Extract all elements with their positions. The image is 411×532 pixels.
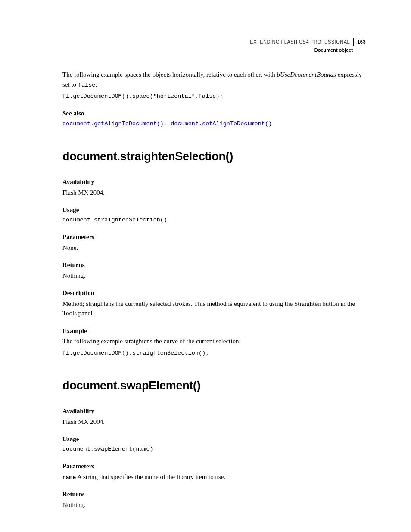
description-section: Description Method; straightens the curr… [62, 288, 366, 318]
header-section-title: Document object [250, 47, 366, 54]
parameters-label-2: Parameters [62, 461, 366, 471]
parameters-body-2: name A string that specifies the name of… [62, 472, 366, 482]
returns-label: Returns [62, 260, 366, 270]
intro-paragraph: The following example spaces the objects… [62, 70, 366, 90]
example-label: Example [62, 326, 366, 336]
usage-section-2: Usage document.swapElement(name) [62, 434, 366, 454]
availability-section-2: Availability Flash MX 2004. [62, 406, 366, 426]
intro-text-italic: bUseDcoumentBounds [277, 71, 336, 78]
returns-label-2: Returns [62, 489, 366, 499]
param-desc: A string that specifies the name of the … [76, 473, 225, 480]
header-book-title: EXTENDING FLASH CS4 PROFESSIONAL [250, 38, 350, 46]
example-section: Example The following example straighten… [62, 326, 366, 358]
method-heading-swap: document.swapElement() [62, 377, 366, 395]
see-also-separator: , [164, 121, 171, 127]
description-body: Method; straightens the currently select… [62, 299, 366, 318]
param-name: name [62, 474, 76, 481]
parameters-body: None. [62, 243, 366, 253]
example-body: The following example straightens the cu… [62, 336, 366, 346]
page-content: The following example spaces the objects… [62, 70, 366, 510]
example-code: fl.getDocumentDOM().straightenSelection(… [62, 349, 366, 358]
returns-body: Nothing. [62, 271, 366, 281]
see-also-link-1[interactable]: document.getAlignToDocument() [62, 121, 164, 127]
availability-label-2: Availability [62, 406, 366, 416]
method-heading-straighten: document.straightenSelection() [62, 148, 366, 165]
returns-body-2: Nothing. [62, 500, 366, 510]
usage-label-2: Usage [62, 434, 366, 444]
availability-body: Flash MX 2004. [62, 188, 366, 198]
intro-inline-code: false [78, 82, 96, 88]
parameters-section: Parameters None. [62, 232, 366, 252]
returns-section: Returns Nothing. [62, 260, 366, 280]
see-also-link-2[interactable]: document.setAlignToDocument() [171, 121, 272, 127]
availability-section: Availability Flash MX 2004. [62, 177, 366, 197]
see-also-links: document.getAlignToDocument(), document.… [62, 118, 366, 128]
intro-text-pre: The following example spaces the objects… [62, 71, 277, 78]
page-header: EXTENDING FLASH CS4 PROFESSIONAL 163 Doc… [250, 38, 366, 54]
intro-text-post2: : [95, 81, 97, 88]
parameters-label: Parameters [62, 232, 366, 242]
usage-code: document.straightenSelection() [62, 216, 366, 224]
usage-code-2: document.swapElement(name) [62, 445, 366, 454]
header-page-number: 163 [357, 38, 366, 46]
intro-code-block: fl.getDocumentDOM().space("horizontal",f… [62, 92, 366, 101]
header-divider-icon [353, 38, 354, 46]
usage-label: Usage [62, 205, 366, 215]
see-also-label: See also [62, 109, 366, 118]
usage-section: Usage document.straightenSelection() [62, 205, 366, 224]
availability-body-2: Flash MX 2004. [62, 417, 366, 427]
availability-label: Availability [62, 177, 366, 187]
description-label: Description [62, 288, 366, 298]
parameters-section-2: Parameters name A string that specifies … [62, 461, 366, 482]
returns-section-2: Returns Nothing. [62, 489, 366, 510]
header-line-1: EXTENDING FLASH CS4 PROFESSIONAL 163 [250, 38, 366, 46]
